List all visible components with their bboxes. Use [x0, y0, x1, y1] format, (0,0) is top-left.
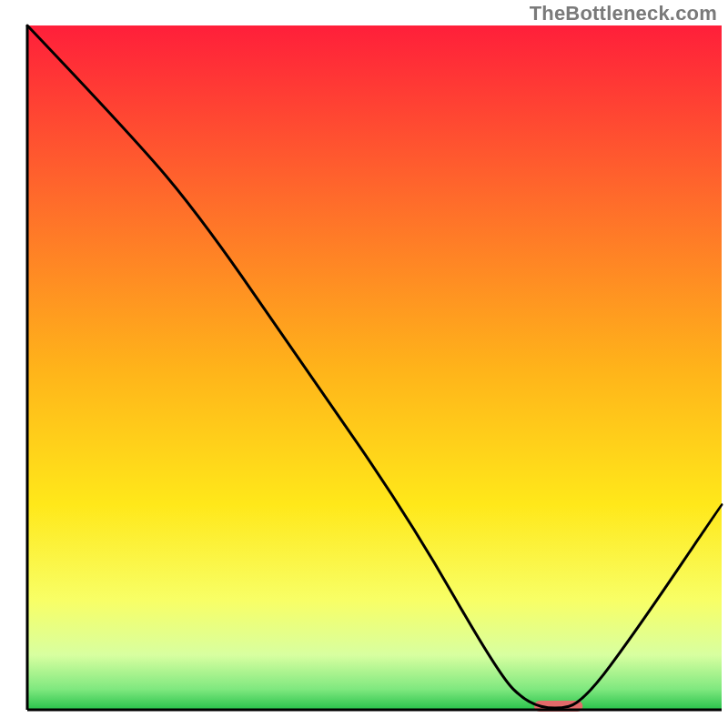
chart-background	[27, 25, 722, 710]
bottleneck-chart	[0, 0, 728, 728]
